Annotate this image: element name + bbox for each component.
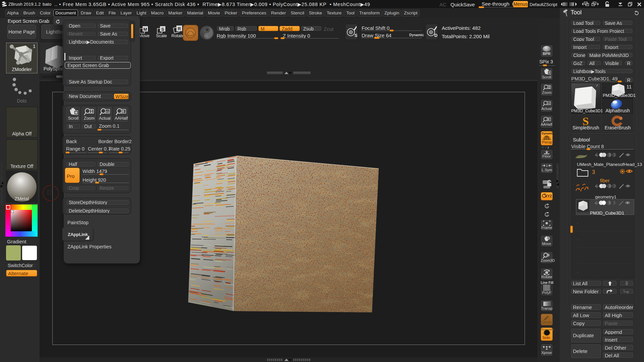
svg-text:M: M: [144, 27, 147, 32]
svg-text:R: R: [178, 26, 181, 31]
svg-text:Y: Y: [546, 205, 548, 208]
svg-text:S: S: [161, 27, 164, 32]
svg-text:z: z: [546, 214, 548, 217]
svg-text:D: D: [434, 33, 437, 38]
svg-text:S: S: [355, 33, 357, 38]
svg-text:x1: x1: [548, 102, 550, 105]
svg-text:x1: x1: [106, 110, 109, 113]
